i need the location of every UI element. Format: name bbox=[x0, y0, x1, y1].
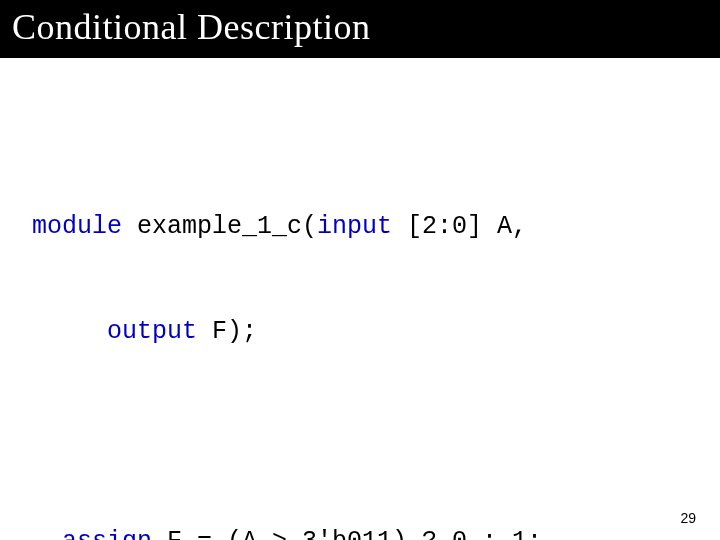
code-line-3: assign F = (A > 3'b011) ? 0 : 1; bbox=[32, 516, 720, 541]
keyword-input: input bbox=[317, 212, 392, 241]
code-text: example_1_c( bbox=[122, 212, 317, 241]
code-text: [2:0] A, bbox=[392, 212, 527, 241]
code-line-1: module example_1_c(input [2:0] A, bbox=[32, 201, 720, 254]
keyword-assign: assign bbox=[62, 527, 152, 541]
code-indent bbox=[32, 527, 62, 541]
slide-title: Conditional Description bbox=[0, 0, 720, 58]
slide: Conditional Description module example_1… bbox=[0, 0, 720, 540]
keyword-output: output bbox=[107, 317, 197, 346]
code-line-2: output F); bbox=[32, 306, 720, 359]
code-block: module example_1_c(input [2:0] A, output… bbox=[0, 58, 720, 540]
page-number: 29 bbox=[680, 510, 696, 526]
code-indent bbox=[32, 317, 107, 346]
code-text: F = (A > 3'b011) ? 0 : 1; bbox=[152, 527, 542, 541]
code-text: F); bbox=[197, 317, 257, 346]
keyword-module: module bbox=[32, 212, 122, 241]
blank-line bbox=[32, 411, 720, 464]
